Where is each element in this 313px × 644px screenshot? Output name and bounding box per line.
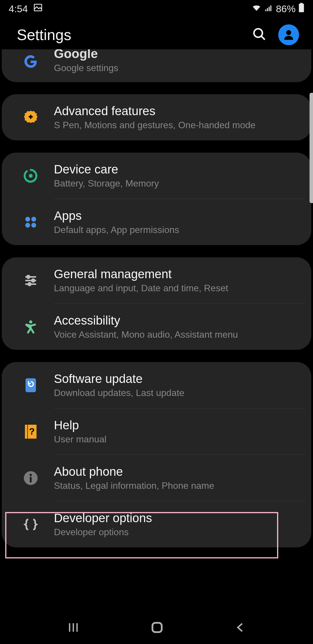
device-care-icon [19,166,42,186]
header: Settings [0,17,313,52]
signal-icon [264,3,273,15]
settings-item-help[interactable]: ? Help User manual [2,408,311,455]
battery-percent: 86% [276,3,296,15]
settings-item-accessibility[interactable]: Accessibility Voice Assistant, Mono audi… [2,304,311,350]
row-title: About phone [54,465,305,479]
row-title: Google [54,49,305,61]
row-title: Advanced features [54,104,305,118]
svg-point-12 [25,217,30,222]
row-title: Apps [54,209,305,223]
settings-group-system: Software update Download updates, Last u… [2,362,311,547]
nav-home-button[interactable] [150,621,164,636]
settings-group-general: General management Language and input, D… [2,257,311,350]
row-title: General management [54,267,305,281]
gear-plus-icon [19,107,42,128]
help-icon: ? [19,422,42,442]
row-title: Software update [54,372,305,386]
settings-group-advanced: Advanced features S Pen, Motions and ges… [2,94,311,140]
svg-point-20 [32,279,34,282]
settings-group-device: Device care Battery, Storage, Memory App… [2,153,311,245]
svg-point-14 [25,223,30,228]
row-subtitle: Battery, Storage, Memory [54,178,305,189]
row-title: Developer options [54,511,305,525]
svg-rect-23 [26,378,36,392]
accessibility-icon [19,317,42,337]
svg-point-21 [28,283,31,285]
row-subtitle: Google settings [54,63,305,73]
settings-item-device-care[interactable]: Device care Battery, Storage, Memory [2,153,311,199]
row-subtitle: Status, Legal information, Phone name [54,480,305,491]
svg-point-11 [29,174,33,178]
settings-item-advanced[interactable]: Advanced features S Pen, Motions and ges… [2,94,311,140]
row-subtitle: Voice Assistant, Mono audio, Assistant m… [54,329,305,340]
battery-icon [299,3,304,15]
svg-rect-5 [300,3,303,4]
svg-rect-29 [30,477,32,482]
settings-item-about-phone[interactable]: About phone Status, Legal information, P… [2,455,311,501]
settings-list: Google Google settings Advanced features… [0,49,313,547]
settings-item-general-management[interactable]: General management Language and input, D… [2,257,311,303]
row-subtitle: User manual [54,434,305,445]
image-icon [33,3,43,15]
account-button[interactable] [278,24,299,45]
wifi-icon [252,3,261,15]
apps-icon [19,212,42,232]
svg-rect-2 [267,8,268,11]
info-icon [19,468,42,488]
svg-point-10 [286,30,291,35]
navigation-bar [0,612,313,644]
nav-back-button[interactable] [234,622,246,634]
svg-point-15 [31,223,36,228]
svg-rect-1 [265,9,266,11]
svg-point-13 [31,217,36,222]
row-title: Help [54,418,305,432]
row-title: Accessibility [54,314,305,328]
svg-line-9 [261,36,265,40]
settings-item-apps[interactable]: Apps Default apps, App permissions [2,199,311,245]
svg-rect-33 [152,623,162,632]
settings-item-developer-options[interactable]: Developer options Developer options [2,501,311,547]
svg-point-28 [30,474,32,476]
row-subtitle: Default apps, App permissions [54,225,305,235]
svg-rect-24 [25,425,27,439]
row-subtitle: Developer options [54,527,305,538]
svg-rect-3 [269,7,270,11]
svg-text:?: ? [29,426,35,437]
nav-recents-button[interactable] [67,621,80,635]
status-time: 4:54 [9,3,28,15]
row-subtitle: S Pen, Motions and gestures, One-handed … [54,120,305,131]
status-bar: 4:54 86% [0,0,313,17]
software-update-icon [19,375,42,395]
svg-point-19 [27,275,30,278]
sliders-icon [19,270,42,291]
row-title: Device care [54,162,305,176]
page-title: Settings [17,26,71,44]
svg-rect-4 [270,5,272,11]
settings-item-google[interactable]: Google Google settings [2,49,311,82]
google-icon [19,51,42,72]
settings-group-google: Google Google settings [2,49,311,82]
svg-point-22 [29,320,32,323]
search-button[interactable] [252,27,267,43]
settings-item-software-update[interactable]: Software update Download updates, Last u… [2,362,311,408]
braces-icon [19,514,42,535]
row-subtitle: Language and input, Date and time, Reset [54,283,305,294]
row-subtitle: Download updates, Last update [54,388,305,398]
svg-point-8 [254,29,262,37]
